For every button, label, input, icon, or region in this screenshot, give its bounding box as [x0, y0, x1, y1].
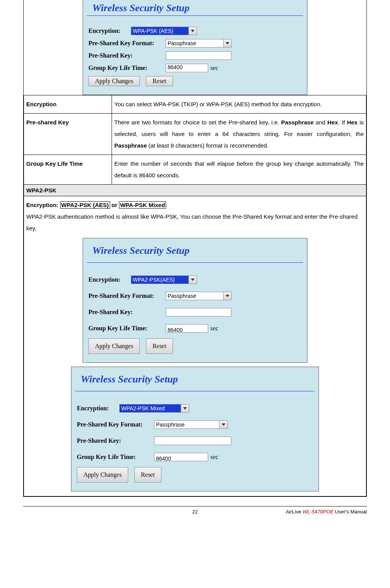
apply-changes-button[interactable]: Apply Changes	[88, 76, 140, 86]
reset-button[interactable]: Reset	[146, 76, 173, 86]
psk-input[interactable]	[166, 51, 231, 60]
sec-label: sec	[210, 451, 218, 463]
gklt-input[interactable]: 86400	[166, 324, 208, 333]
footer-model: WL-5470POE	[303, 509, 334, 515]
encryption-value: WPA2-PSK(AES)	[131, 275, 188, 284]
page-number: 22	[138, 509, 253, 515]
chevron-down-icon[interactable]	[223, 39, 232, 48]
psk-label: Pre-Shared Key:	[77, 435, 154, 447]
psk-format-select[interactable]: Passphrase	[154, 420, 228, 429]
chevron-down-icon[interactable]	[223, 292, 232, 300]
description-table: Encryption You can select WPA-PSK (TKIP)…	[24, 95, 366, 185]
apply-changes-button[interactable]: Apply Changes	[88, 338, 140, 354]
desc-text: Enter the number of seconds that will el…	[112, 155, 366, 185]
encryption-label: Encryption:	[77, 402, 119, 415]
wpa2-psk-header: WPA2-PSK	[24, 185, 366, 196]
encryption-option-1: WPA2-PSK (AES)	[60, 201, 110, 209]
wireless-security-setup-panel-2: Wireless Security Setup Encryption: WPA2…	[83, 238, 307, 363]
encryption-select[interactable]: WPA2-PSK Mixed	[119, 404, 189, 413]
encryption-prefix: Encryption:	[26, 202, 58, 208]
apply-changes-button[interactable]: Apply Changes	[77, 467, 128, 483]
psk-format-label: Pre-Shared Key Format:	[88, 40, 166, 47]
gklt-input[interactable]: 86400	[166, 64, 208, 72]
panel-title: Wireless Security Setup	[75, 367, 315, 391]
wireless-security-setup-panel-3: Wireless Security Setup Encryption: WPA2…	[71, 367, 319, 491]
gklt-input[interactable]: 86400	[154, 453, 208, 461]
psk-label: Pre-Shared Key:	[88, 306, 166, 318]
encryption-value: WPA2-PSK Mixed	[119, 404, 181, 413]
panel-title: Wireless Security Setup	[87, 238, 303, 263]
reset-button[interactable]: Reset	[146, 338, 173, 354]
psk-format-label: Pre-Shared Key Format:	[77, 418, 154, 431]
or-text: or	[112, 202, 117, 208]
encryption-label: Encryption:	[88, 274, 131, 286]
table-row: Encryption You can select WPA-PSK (TKIP)…	[24, 95, 366, 114]
psk-format-select[interactable]: Passphrase	[166, 39, 232, 48]
psk-format-value: Passphrase	[166, 292, 223, 300]
wpa2-block: Encryption: WPA2-PSK (AES) or WPA-PSK Mi…	[24, 196, 366, 496]
gklt-label: Group Key Life Time:	[77, 451, 154, 463]
desc-text: You can select WPA-PSK (TKIP) or WPA-PSK…	[112, 95, 366, 114]
gklt-label: Group Key Life Time:	[88, 65, 166, 71]
panel-title: Wireless Security Setup	[87, 0, 303, 16]
table-row: Group Key Life Time Enter the number of …	[24, 155, 366, 185]
psk-format-value: Passphrase	[166, 39, 223, 48]
wpa2-body-text: WPA2-PSK authentication method is almost…	[26, 211, 364, 234]
psk-input[interactable]	[166, 308, 231, 316]
psk-label: Pre-Shared Key:	[88, 52, 166, 59]
encryption-value: WPA-PSK (AES)	[131, 27, 188, 35]
footer-brand: AirLive	[286, 509, 302, 515]
chevron-down-icon[interactable]	[219, 420, 228, 429]
encryption-select[interactable]: WPA-PSK (AES)	[131, 27, 197, 35]
chevron-down-icon[interactable]	[188, 27, 197, 35]
sec-label: sec	[210, 322, 218, 335]
chevron-down-icon[interactable]	[181, 404, 189, 413]
footer-suffix: User's Manual	[334, 509, 367, 515]
wireless-security-setup-panel-1: Wireless Security Setup Encryption: WPA-…	[83, 0, 307, 95]
gklt-label: Group Key Life Time:	[88, 322, 166, 335]
psk-format-select[interactable]: Passphrase	[166, 292, 232, 300]
psk-input[interactable]	[154, 437, 231, 445]
desc-key: Group Key Life Time	[24, 155, 112, 185]
page-footer: 22 AirLive WL-5470POE User's Manual	[23, 506, 367, 515]
desc-key: Pre-shared Key	[24, 114, 112, 155]
desc-key: Encryption	[24, 95, 112, 114]
psk-format-value: Passphrase	[154, 420, 219, 429]
chevron-down-icon[interactable]	[188, 275, 197, 284]
encryption-option-2: WPA-PSK Mixed	[119, 201, 166, 209]
reset-button[interactable]: Reset	[134, 467, 161, 483]
desc-text: There are two formats for choice to set …	[112, 114, 366, 155]
encryption-label: Encryption:	[88, 27, 131, 34]
table-row: Pre-shared Key There are two formats for…	[24, 114, 366, 155]
encryption-select[interactable]: WPA2-PSK(AES)	[131, 275, 197, 284]
psk-format-label: Pre-Shared Key Format:	[88, 290, 166, 302]
sec-label: sec	[210, 65, 218, 71]
